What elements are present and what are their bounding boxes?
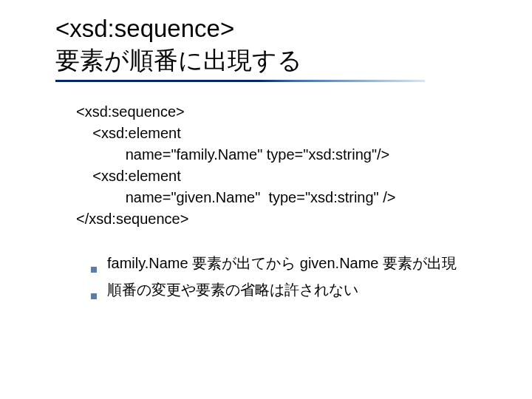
list-item: 順番の変更や要素の省略は許されない: [91, 279, 488, 301]
square-bullet-icon: [91, 293, 97, 299]
bullet-text: 順番の変更や要素の省略は許されない: [107, 279, 358, 301]
title-underline: [55, 80, 425, 82]
list-item: family.Name 要素が出てから given.Name 要素が出現: [91, 252, 488, 274]
slide: <xsd:sequence> 要素が順番に出現する <xsd:sequence>…: [0, 0, 532, 320]
bullet-list: family.Name 要素が出てから given.Name 要素が出現 順番の…: [91, 252, 488, 301]
slide-title: <xsd:sequence> 要素が順番に出現する: [55, 13, 488, 82]
bullet-text: family.Name 要素が出てから given.Name 要素が出現: [107, 252, 457, 274]
title-line-1: <xsd:sequence>: [55, 13, 488, 45]
code-block: <xsd:sequence> <xsd:element name="family…: [76, 101, 488, 230]
title-line-2: 要素が順番に出現する: [55, 45, 488, 77]
square-bullet-icon: [91, 267, 97, 273]
